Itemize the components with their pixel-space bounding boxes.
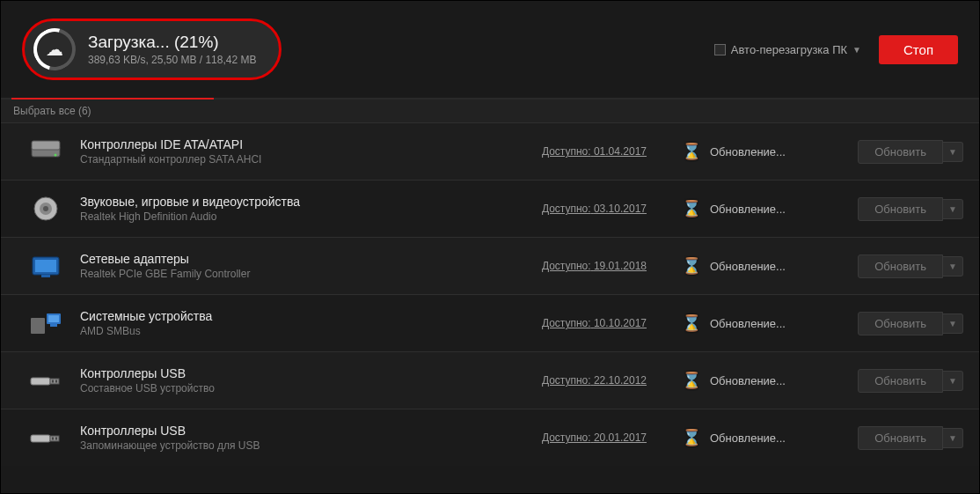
update-button[interactable]: Обновить [858, 426, 943, 450]
driver-subname: Стандартный контроллер SATA AHCI [80, 153, 497, 166]
update-dropdown-button[interactable]: ▼ [943, 199, 963, 219]
header-bar: ☁ Загрузка... (21%) 389,63 KB/s, 25,50 M… [1, 1, 979, 98]
available-date-link[interactable]: Доступно: 19.01.2018 [542, 260, 647, 272]
available-date-link[interactable]: Доступно: 10.10.2017 [542, 317, 647, 329]
status-text: Обновление... [710, 317, 786, 330]
device-icon [27, 193, 64, 225]
hourglass-icon: ⌛ [682, 256, 701, 276]
update-button[interactable]: Обновить [858, 369, 943, 393]
available-date-link[interactable]: Доступно: 20.01.2017 [542, 431, 647, 444]
driver-name: Контроллеры USB [80, 424, 497, 438]
driver-row: Контроллеры USB Запоминающее устройство … [1, 409, 979, 466]
driver-subname: Запоминающее устройство для USB [80, 439, 497, 452]
status-text: Обновление... [710, 374, 786, 387]
update-dropdown-button[interactable]: ▼ [943, 256, 963, 276]
update-dropdown-button[interactable]: ▼ [943, 428, 963, 448]
driver-list: Контроллеры IDE ATA/ATAPI Стандартный ко… [1, 122, 979, 466]
hourglass-icon: ⌛ [682, 371, 701, 390]
hourglass-icon: ⌛ [682, 428, 701, 447]
hourglass-icon: ⌛ [682, 142, 701, 161]
auto-reboot-toggle[interactable]: Авто-перезагрузка ПК ▼ [714, 43, 861, 56]
update-button[interactable]: Обновить [858, 312, 943, 335]
hourglass-icon: ⌛ [682, 199, 701, 218]
status-text: Обновление... [710, 431, 786, 445]
status-text: Обновление... [710, 203, 786, 216]
driver-row: Звуковые, игровые и видеоустройства Real… [1, 180, 979, 237]
checkbox-icon[interactable] [714, 44, 726, 55]
cloud-download-icon: ☁ [46, 39, 63, 60]
hourglass-icon: ⌛ [682, 313, 701, 333]
driver-row: Контроллеры IDE ATA/ATAPI Стандартный ко… [1, 122, 979, 180]
select-all-label[interactable]: Выбрать все (6) [1, 100, 979, 122]
update-button[interactable]: Обновить [858, 140, 943, 164]
driver-row: Контроллеры USB Составное USB устройство… [1, 351, 979, 409]
driver-name: Контроллеры USB [80, 366, 497, 380]
update-dropdown-button[interactable]: ▼ [943, 142, 963, 162]
device-icon [27, 365, 64, 396]
update-button[interactable]: Обновить [858, 254, 943, 278]
driver-name: Звуковые, игровые и видеоустройства [80, 195, 497, 209]
available-date-link[interactable]: Доступно: 22.10.2012 [542, 374, 647, 387]
auto-reboot-label: Авто-перезагрузка ПК [731, 43, 847, 56]
download-progress-icon: ☁ [33, 28, 76, 70]
driver-subname: Realtek High Definition Audio [80, 210, 497, 223]
stop-button[interactable]: Стоп [879, 35, 958, 64]
device-icon [27, 136, 64, 167]
download-title: Загрузка... (21%) [88, 33, 256, 52]
update-button[interactable]: Обновить [858, 197, 943, 221]
update-dropdown-button[interactable]: ▼ [943, 371, 963, 391]
driver-row: Системные устройства AMD SMBus Доступно:… [1, 294, 979, 351]
driver-name: Системные устройства [80, 309, 497, 323]
status-text: Обновление... [710, 260, 786, 273]
download-status-block: ☁ Загрузка... (21%) 389,63 KB/s, 25,50 M… [22, 18, 282, 80]
download-subtitle: 389,63 KB/s, 25,50 MB / 118,42 MB [88, 54, 256, 66]
device-icon [27, 250, 64, 282]
driver-subname: Составное USB устройство [80, 382, 497, 394]
device-icon [27, 422, 64, 453]
driver-subname: Realtek PCIe GBE Family Controller [80, 268, 497, 280]
update-dropdown-button[interactable]: ▼ [943, 313, 963, 334]
driver-name: Контроллеры IDE ATA/ATAPI [80, 137, 497, 151]
driver-row: Сетевые адаптеры Realtek PCIe GBE Family… [1, 237, 979, 294]
available-date-link[interactable]: Доступно: 01.04.2017 [542, 145, 647, 158]
driver-name: Сетевые адаптеры [80, 252, 497, 266]
driver-subname: AMD SMBus [80, 325, 497, 337]
available-date-link[interactable]: Доступно: 03.10.2017 [542, 203, 647, 215]
progress-underline [1, 98, 979, 100]
device-icon [27, 307, 64, 339]
status-text: Обновление... [710, 145, 786, 159]
chevron-down-icon[interactable]: ▼ [852, 45, 861, 55]
